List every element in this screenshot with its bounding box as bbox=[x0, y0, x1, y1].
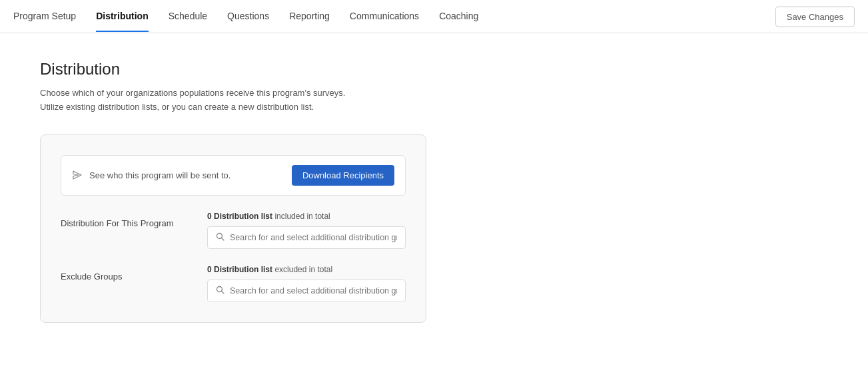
nav-item-questions[interactable]: Questions bbox=[227, 1, 269, 32]
exclude-groups-section: Exclude Groups 0 Distribution list exclu… bbox=[61, 265, 406, 302]
distribution-for-program-row: Distribution For This Program 0 Distribu… bbox=[61, 212, 406, 249]
exclude-groups-search-box[interactable] bbox=[207, 280, 406, 302]
nav-item-communications[interactable]: Communications bbox=[350, 1, 419, 32]
send-icon bbox=[72, 170, 83, 180]
distribution-card: See who this program will be sent to. Do… bbox=[40, 134, 426, 323]
nav-item-program-setup[interactable]: Program Setup bbox=[13, 1, 76, 32]
exclude-groups-label: Exclude Groups bbox=[61, 265, 194, 282]
recipients-row: See who this program will be sent to. Do… bbox=[61, 155, 406, 196]
nav-item-schedule[interactable]: Schedule bbox=[169, 1, 207, 32]
distribution-for-program-section: Distribution For This Program 0 Distribu… bbox=[61, 212, 406, 249]
recipients-left: See who this program will be sent to. bbox=[72, 170, 230, 180]
main-content: Distribution Choose which of your organi… bbox=[0, 33, 733, 349]
exclude-groups-row: Exclude Groups 0 Distribution list exclu… bbox=[61, 265, 406, 302]
exclude-groups-count: 0 Distribution list excluded in total bbox=[207, 265, 406, 274]
distribution-for-program-count-list-label: Distribution list bbox=[214, 212, 272, 221]
search-icon-distribution bbox=[216, 232, 224, 243]
distribution-for-program-label: Distribution For This Program bbox=[61, 212, 194, 228]
svg-line-3 bbox=[222, 291, 224, 293]
page-title: Distribution bbox=[40, 60, 693, 79]
exclude-groups-right: 0 Distribution list excluded in total bbox=[207, 265, 406, 302]
distribution-for-program-count: 0 Distribution list included in total bbox=[207, 212, 406, 221]
download-recipients-button[interactable]: Download Recipients bbox=[292, 165, 394, 186]
exclude-groups-count-number: 0 bbox=[207, 265, 212, 274]
nav-item-distribution[interactable]: Distribution bbox=[96, 1, 149, 32]
nav-items: Program Setup Distribution Schedule Ques… bbox=[13, 1, 855, 32]
save-changes-button[interactable]: Save Changes bbox=[775, 6, 855, 27]
svg-line-1 bbox=[222, 238, 224, 240]
distribution-search-input[interactable] bbox=[230, 233, 397, 242]
nav-item-coaching[interactable]: Coaching bbox=[439, 1, 478, 32]
distribution-for-program-right: 0 Distribution list included in total bbox=[207, 212, 406, 249]
distribution-for-program-search-box[interactable] bbox=[207, 226, 406, 249]
description-line1: Choose which of your organizations popul… bbox=[40, 88, 345, 98]
nav-item-reporting[interactable]: Reporting bbox=[289, 1, 330, 32]
description-line2: Utilize existing distribution lists, or … bbox=[40, 102, 314, 112]
distribution-for-program-count-number: 0 bbox=[207, 212, 212, 221]
top-nav: Program Setup Distribution Schedule Ques… bbox=[0, 0, 868, 33]
exclude-groups-search-input[interactable] bbox=[230, 286, 397, 295]
search-icon-exclude bbox=[216, 286, 224, 296]
recipients-info-text: See who this program will be sent to. bbox=[89, 170, 230, 180]
page-description: Choose which of your organizations popul… bbox=[40, 87, 693, 114]
exclude-groups-count-list-label: Distribution list bbox=[214, 265, 272, 274]
